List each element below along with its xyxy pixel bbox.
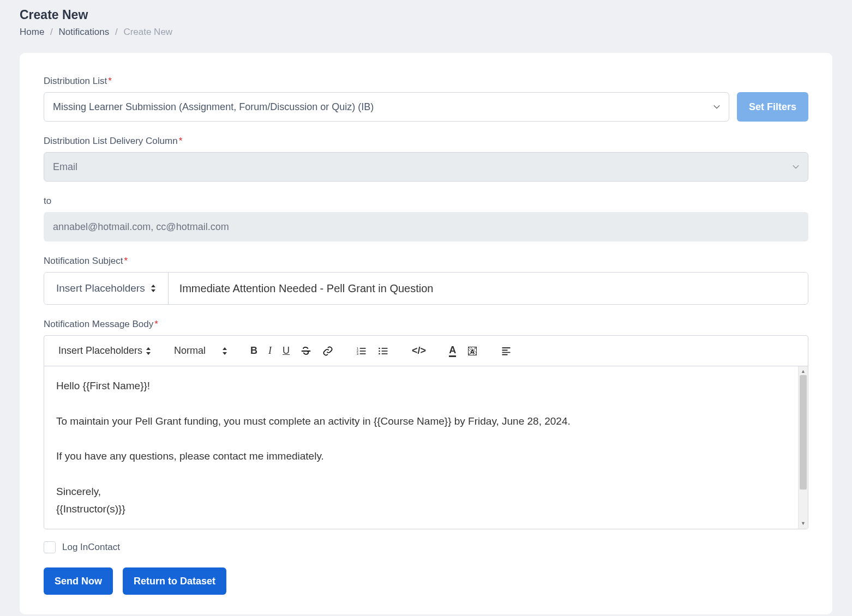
- format-select[interactable]: Normal: [170, 342, 232, 360]
- align-button[interactable]: [496, 342, 516, 360]
- subject-input[interactable]: [169, 273, 808, 304]
- to-field: annabel@hotmail.com, cc@hotmail.com: [44, 212, 808, 241]
- editor-textarea[interactable]: Hello {{First Name}}! To maintain your P…: [44, 366, 808, 529]
- distribution-list-label: Distribution List*: [44, 76, 808, 87]
- unordered-list-button[interactable]: [374, 342, 393, 360]
- page-title: Create New: [20, 8, 832, 22]
- breadcrumb-current: Create New: [123, 27, 172, 37]
- ordered-list-button[interactable]: 123: [352, 342, 371, 360]
- body-line: To maintain your Pell Grant funding, you…: [56, 413, 796, 430]
- code-button[interactable]: </>: [407, 342, 430, 360]
- text-color-button[interactable]: A: [445, 342, 460, 360]
- delivery-column-select[interactable]: Email: [44, 152, 808, 182]
- distribution-list-select[interactable]: Missing Learner Submission (Assignment, …: [44, 92, 729, 122]
- log-incontact-label: Log InContact: [62, 542, 120, 553]
- delivery-column-label: Distribution List Delivery Column*: [44, 136, 808, 147]
- strikethrough-button[interactable]: [296, 342, 316, 360]
- svg-text:A: A: [470, 348, 475, 355]
- svg-text:3: 3: [357, 352, 358, 355]
- sort-icon: [151, 285, 156, 292]
- to-label: to: [44, 196, 808, 207]
- set-filters-button[interactable]: Set Filters: [737, 92, 808, 122]
- underline-button[interactable]: U: [278, 342, 294, 360]
- form-card: Distribution List* Missing Learner Submi…: [20, 53, 832, 614]
- body-label: Notification Message Body*: [44, 319, 808, 330]
- bold-button[interactable]: B: [246, 342, 262, 360]
- breadcrumb-notifications[interactable]: Notifications: [59, 27, 110, 37]
- return-to-dataset-button[interactable]: Return to Dataset: [123, 567, 226, 595]
- highlight-button[interactable]: A: [463, 342, 482, 360]
- breadcrumb-home[interactable]: Home: [20, 27, 44, 37]
- breadcrumb-sep: /: [115, 27, 118, 37]
- body-line: {{Instructor(s)}}: [56, 500, 796, 518]
- svg-point-4: [379, 350, 380, 352]
- log-incontact-checkbox[interactable]: [44, 541, 56, 553]
- insert-placeholders-subject-button[interactable]: Insert Placeholders: [44, 273, 169, 304]
- breadcrumb: Home / Notifications / Create New: [20, 27, 832, 38]
- insert-placeholders-body-button[interactable]: Insert Placeholders: [54, 342, 155, 360]
- send-now-button[interactable]: Send Now: [44, 567, 113, 595]
- body-line: If you have any questions, please contac…: [56, 448, 796, 465]
- scrollbar[interactable]: [798, 366, 808, 529]
- svg-point-5: [379, 353, 380, 354]
- italic-button[interactable]: I: [264, 342, 276, 360]
- breadcrumb-sep: /: [50, 27, 53, 37]
- message-editor: Insert Placeholders Normal B I U: [44, 335, 808, 529]
- body-line: Hello {{First Name}}!: [56, 377, 796, 395]
- svg-point-3: [379, 347, 380, 349]
- subject-label: Notification Subject*: [44, 256, 808, 267]
- body-line: Sincerely,: [56, 483, 796, 500]
- link-button[interactable]: [318, 342, 338, 360]
- editor-toolbar: Insert Placeholders Normal B I U: [44, 336, 808, 366]
